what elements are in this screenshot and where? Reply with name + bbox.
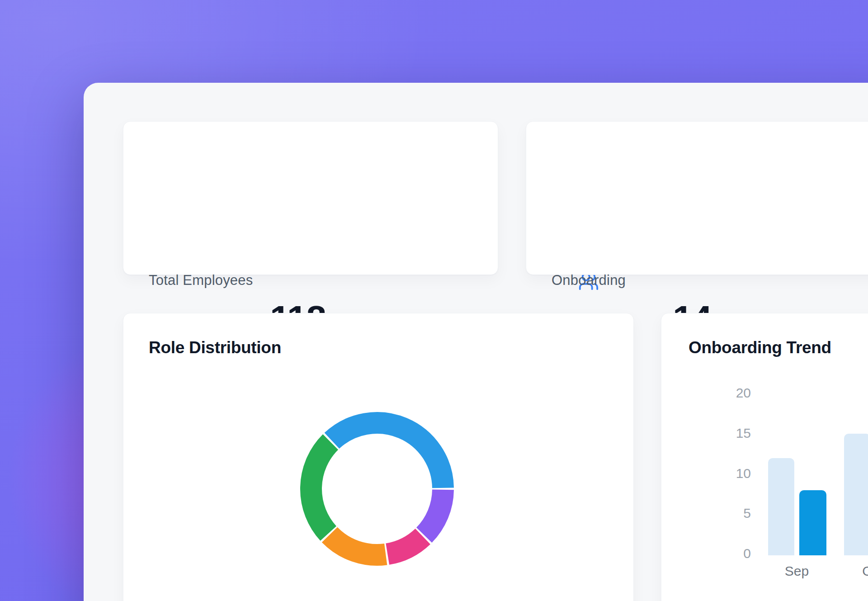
light-blue-bars-oct (844, 434, 868, 555)
role-distribution-donut-chart (123, 313, 634, 601)
donut-segment-pink (387, 536, 423, 554)
dashboard-screen: { "theme": { "background_purple": "#756d… (0, 0, 868, 601)
y-axis-tick-0: 0 (710, 546, 751, 561)
onboarding-trend-bar-chart: 20151050SepOct (661, 313, 868, 601)
dashboard-panel: Total Employees 118 +8 this month Onboar… (84, 83, 868, 601)
stat-label-total-employees: Total Employees (149, 272, 253, 289)
y-axis-tick-5: 5 (710, 506, 751, 521)
role-distribution-card: Role Distribution (123, 313, 634, 601)
x-axis-label-oct: Oct (862, 563, 868, 579)
stat-card-total-employees: Total Employees 118 +8 this month (123, 121, 498, 275)
dark-blue-bars-sep (799, 490, 826, 555)
donut-segment-blue (332, 423, 443, 488)
stat-card-onboarding: Onboarding 14 In progress (526, 121, 868, 275)
y-axis-tick-10: 10 (710, 466, 751, 481)
onboarding-trend-card: Onboarding Trend 20151050SepOct (661, 313, 868, 601)
light-blue-bars-sep (768, 458, 794, 555)
donut-segment-purple (424, 490, 443, 535)
y-axis-tick-20: 20 (710, 386, 751, 400)
donut-segment-green (311, 442, 330, 533)
stat-label-onboarding: Onboarding (552, 272, 626, 289)
x-axis-label-sep: Sep (785, 563, 809, 579)
donut-segment-orange (330, 535, 386, 555)
y-axis-tick-15: 15 (710, 426, 751, 440)
